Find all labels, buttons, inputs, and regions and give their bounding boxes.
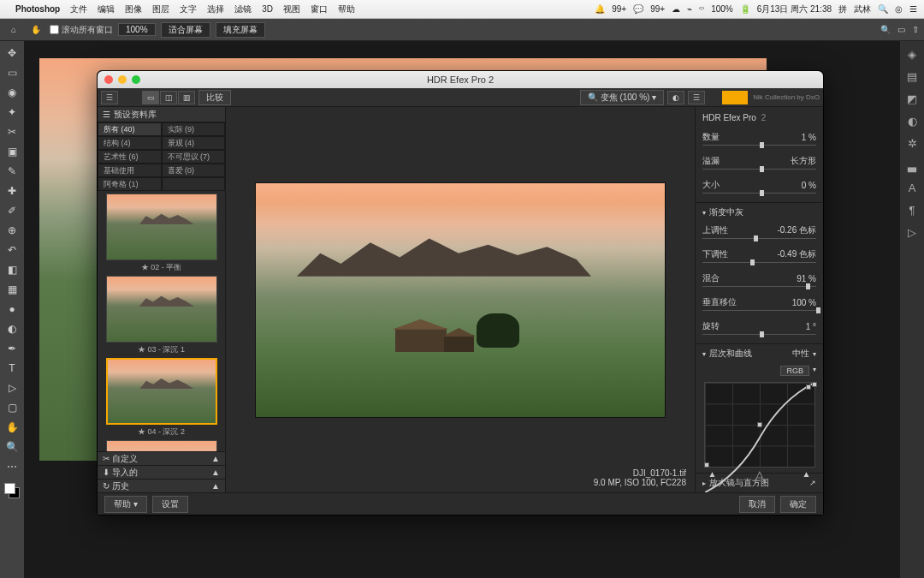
settings-button[interactable]: 设置 [152,496,188,513]
custom-section[interactable]: ✂ 自定义▲ [98,451,225,465]
cat-favorite[interactable]: 喜爱 (0) [162,164,226,177]
fill-screen-button[interactable]: 填充屏幕 [216,22,265,38]
view-single-icon[interactable]: ▭ [142,91,159,104]
hand-tool-icon[interactable]: ✋ [27,21,44,39]
history-brush-icon[interactable]: ↶ [3,241,21,259]
zoom-tool-icon[interactable]: 🔍 [3,438,21,456]
paragraph-icon[interactable]: ¶ [903,200,921,219]
search-icon[interactable]: 🔍 [878,4,888,14]
properties-icon[interactable]: ✲ [903,134,921,152]
cat-landscape[interactable]: 景观 (4) [162,136,226,150]
color-swatch[interactable] [4,483,20,498]
home-icon[interactable]: ⌂ [5,21,22,39]
menu-file[interactable]: 文件 [70,3,87,15]
search-icon[interactable]: 🔍 [880,25,891,34]
actions-icon[interactable]: ▷ [903,223,921,241]
date-time[interactable]: 6月13日 周六 21:38 [757,3,832,15]
info-icon[interactable]: A [903,178,921,197]
bluetooth-icon[interactable]: ⌁ [687,4,692,14]
menu-image[interactable]: 图像 [125,3,142,15]
ok-button[interactable]: 确定 [780,496,816,513]
slider-row[interactable]: 上调性-0.26 色标 [696,222,823,239]
menu-layer[interactable]: 图层 [152,3,169,15]
cat-realistic[interactable]: 实际 (9) [162,122,226,136]
shadow-point-icon[interactable]: ▲ [708,469,717,479]
app-name[interactable]: Photoshop [15,4,60,14]
window-titlebar[interactable]: HDR Efex Pro 2 [98,71,823,88]
slider-row[interactable]: 混合91 % [696,270,823,287]
menu-select[interactable]: 选择 [207,3,224,15]
menu-edit[interactable]: 编辑 [98,3,115,15]
panel-toggle-icon[interactable]: ☰ [688,91,705,104]
blur-tool-icon[interactable]: ● [3,301,21,318]
slider-row[interactable]: 旋转1 ° [696,318,823,335]
eraser-tool-icon[interactable]: ◧ [3,261,21,278]
wechat-icon[interactable]: 💬 [633,4,643,14]
paths-icon[interactable]: ◩ [903,89,921,108]
input-source[interactable]: 拼 [838,3,847,15]
menu-type[interactable]: 文字 [180,3,197,15]
user-name[interactable]: 武林 [854,3,871,15]
cat-artistic[interactable]: 艺术性 (6) [98,150,162,164]
cancel-button[interactable]: 取消 [739,496,775,513]
cloud-icon[interactable]: ☁ [672,4,680,14]
slider-row[interactable]: 数量1 % [696,128,823,146]
zoom-field[interactable]: 100% [118,23,156,36]
heal-tool-icon[interactable]: ✚ [3,182,21,200]
shape-tool-icon[interactable]: ▢ [3,399,21,416]
imported-section[interactable]: ⬇ 导入的▲ [98,465,225,479]
eyedropper-tool-icon[interactable]: ✎ [3,163,21,180]
preview-area[interactable]: DJI_0170-1.tif 9.0 MP, ISO 100, FC228 [226,107,695,492]
share-icon[interactable]: ⇧ [912,25,919,34]
histogram-icon[interactable]: ▃ [903,156,921,175]
frame-tool-icon[interactable]: ▣ [3,143,21,160]
type-tool-icon[interactable]: T [3,360,21,377]
adjustments-icon[interactable]: ◐ [903,111,921,130]
slider-row[interactable]: 垂直移位100 % [696,294,823,311]
notification-center-icon[interactable]: ☰ [909,4,917,14]
cat-all[interactable]: 所有 (40) [98,122,162,136]
compare-button[interactable]: 比较 [198,90,231,105]
help-button[interactable]: 帮助 ▾ [104,496,147,513]
lasso-tool-icon[interactable]: ◉ [3,84,21,101]
cat-surreal[interactable]: 不可思议 (7) [162,150,226,164]
background-toggle-icon[interactable]: ◐ [667,91,684,104]
gradient-tool-icon[interactable]: ▦ [3,281,21,298]
preview-image[interactable] [255,182,666,418]
menu-3d[interactable]: 3D [262,4,273,14]
mid-point-icon[interactable]: △ [756,469,763,479]
stamp-tool-icon[interactable]: ⊕ [3,222,21,239]
path-tool-icon[interactable]: ▷ [3,379,21,396]
move-tool-icon[interactable]: ✥ [3,45,21,62]
notif-icon[interactable]: 🔔 [595,4,605,14]
view-split-icon[interactable]: ◫ [160,91,177,104]
menu-filter[interactable]: 滤镜 [234,3,252,15]
crop-tool-icon[interactable]: ✂ [3,123,21,140]
preset-item-selected[interactable]: ★ 04 - 深沉 2 [101,358,222,438]
cat-archive[interactable]: 阿奇格 (1) [98,177,162,191]
slider-row[interactable]: 大小0 % [696,176,823,194]
dodge-tool-icon[interactable]: ◐ [3,320,21,337]
brush-tool-icon[interactable]: ✐ [3,202,21,219]
channels-icon[interactable]: ▤ [903,67,921,86]
battery-icon[interactable]: 🔋 [740,4,750,14]
rgb-dropdown[interactable]: RGB [780,366,809,376]
wifi-icon[interactable]: ⌔ [699,4,704,14]
preset-item[interactable]: ★ 02 - 平衡 [101,194,222,273]
section-curves[interactable]: ▾层次和曲线 中性▾ [696,343,823,363]
fit-screen-button[interactable]: 适合屏幕 [161,22,210,38]
preset-item[interactable]: ★ 03 - 深沉 1 [101,276,222,355]
presets-toggle-icon[interactable]: ☰ [101,91,118,104]
menu-help[interactable]: 帮助 [338,3,355,15]
hand-tool-icon[interactable]: ✋ [3,419,21,436]
cat-basic[interactable]: 基础使用 [98,164,162,177]
view-side-icon[interactable]: ▥ [178,91,195,104]
wand-tool-icon[interactable]: ✦ [3,104,21,121]
section-gradient[interactable]: ▾渐变中灰 [696,202,823,222]
history-section[interactable]: ↻ 历史▲ [98,479,225,492]
layers-icon[interactable]: ◈ [903,45,921,63]
neutral-dropdown[interactable]: 中性 [792,348,809,360]
scroll-all-checkbox[interactable]: 滚动所有窗口 [50,24,113,36]
workspace-icon[interactable]: ▭ [897,25,905,34]
tone-curve[interactable]: ▲△▲ [704,382,815,468]
